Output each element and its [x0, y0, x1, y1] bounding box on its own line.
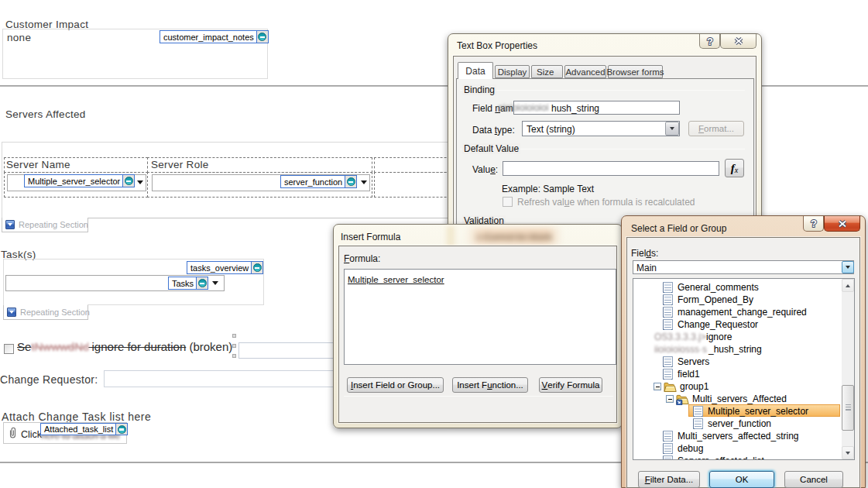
svg-text:?: ? — [811, 218, 817, 229]
svg-text:?: ? — [707, 36, 713, 47]
